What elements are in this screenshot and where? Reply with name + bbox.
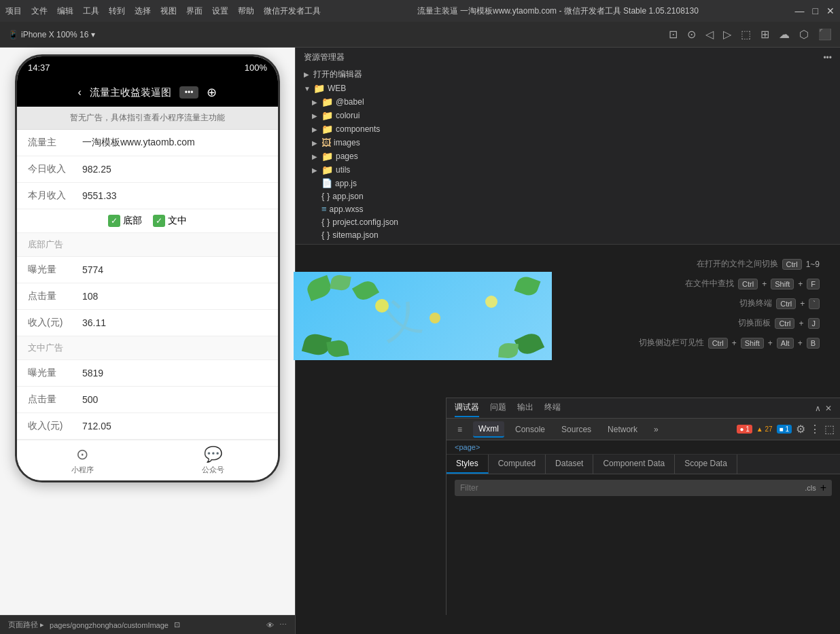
style-tab-styles[interactable]: Styles	[447, 455, 489, 474]
style-tab-computed[interactable]: Computed	[489, 455, 546, 474]
menu-edit[interactable]: 编辑	[57, 5, 73, 17]
debugger-up-icon[interactable]: ∧	[815, 404, 821, 413]
debugger-tab-terminal[interactable]: 终端	[544, 399, 561, 417]
tree-images[interactable]: ▶ 🖼 images	[296, 136, 840, 149]
debugger-tab-main[interactable]: 调试器	[455, 399, 479, 417]
debugger-tab-issues[interactable]: 问题	[490, 399, 506, 417]
value-b-exp: 5774	[82, 264, 103, 275]
menu-devtools[interactable]: 微信开发者工具	[264, 5, 321, 17]
web-folder-icon: 📁	[313, 83, 325, 94]
kbd-shift-2: Shift	[741, 338, 764, 349]
images-arrow-icon: ▶	[312, 139, 319, 147]
explorer-title: 资源管理器	[304, 52, 345, 63]
checkbox-bottom-box[interactable]: ✓	[108, 215, 120, 227]
tree-colorui[interactable]: ▶ 📁 colorui	[296, 109, 840, 122]
footer-tab-miniprogram[interactable]: ⊙ 小程序	[71, 446, 94, 475]
menu-tools[interactable]: 工具	[83, 5, 99, 17]
checkbox-middle[interactable]: ✓ 文中	[153, 215, 187, 227]
style-tab-dataset[interactable]: Dataset	[546, 455, 593, 474]
debugger-tabs[interactable]: 调试器 问题 输出 终端	[455, 399, 561, 417]
checkbox-bottom[interactable]: ✓ 底部	[108, 215, 142, 227]
phone-action-icon[interactable]: ⊕	[207, 85, 217, 100]
tree-utils[interactable]: ▶ 📁 utils	[296, 163, 840, 177]
flower-3	[485, 296, 497, 308]
menu-help[interactable]: 帮助	[238, 5, 254, 17]
tree-appjs[interactable]: ▶ 📄 app.js	[296, 177, 840, 190]
debugger-tab-output[interactable]: 输出	[517, 399, 533, 417]
tree-web-folder[interactable]: ▼ 📁 WEB	[296, 82, 840, 95]
menu-view[interactable]: 视图	[160, 5, 177, 17]
menu-interface[interactable]: 界面	[186, 5, 203, 17]
shortcut-plus-5: +	[732, 338, 737, 348]
tree-appjson[interactable]: ▶ { } app.json	[296, 190, 840, 202]
menu-select[interactable]: 选择	[135, 5, 151, 17]
preview-image-area	[294, 272, 552, 360]
minimize-button[interactable]: —	[795, 5, 805, 16]
window-controls[interactable]: — □ ✕	[795, 5, 835, 16]
toolbar-icon-6[interactable]: ⊞	[760, 28, 769, 41]
toolbar-icon-5[interactable]: ⬚	[741, 28, 751, 41]
styles-tabs[interactable]: Styles Computed Dataset Component Data S…	[447, 455, 840, 474]
debug-btn-wxml[interactable]: Wxml	[473, 421, 504, 438]
style-tab-component[interactable]: Component Data	[593, 455, 675, 474]
debug-btn-network[interactable]: Network	[602, 422, 643, 437]
phone-back-icon[interactable]: ‹	[78, 86, 82, 99]
filter-input[interactable]	[460, 483, 801, 493]
tree-projectconfig[interactable]: ▶ { } project.config.json	[296, 215, 840, 228]
tree-pages[interactable]: ▶ 📁 pages	[296, 149, 840, 163]
close-button[interactable]: ✕	[826, 5, 835, 16]
maximize-button[interactable]: □	[813, 5, 818, 16]
toolbar-icon-8[interactable]: ⬡	[799, 28, 809, 41]
menu-goto[interactable]: 转到	[109, 5, 125, 17]
toolbar-icon-9[interactable]: ⬛	[818, 28, 832, 41]
explorer-more-icon[interactable]: •••	[823, 53, 832, 63]
appjs-icon: 📄	[321, 178, 332, 188]
cls-button[interactable]: .cls	[805, 484, 816, 492]
checkbox-middle-box[interactable]: ✓	[153, 215, 165, 227]
tree-open-editors[interactable]: ▶ 打开的编辑器	[296, 67, 840, 82]
path-eye-icon[interactable]: 👁	[266, 621, 274, 629]
tree-sitemap[interactable]: ▶ { } sitemap.json	[296, 228, 840, 241]
debug-btn-more[interactable]: »	[648, 422, 664, 437]
menu-project[interactable]: 项目	[5, 5, 22, 17]
utils-folder-icon: 📁	[321, 164, 333, 175]
debug-overflow-icon[interactable]: ⋮	[809, 423, 820, 436]
toolbar-icon-2[interactable]: ⊙	[687, 28, 696, 41]
menu-file[interactable]: 文件	[31, 5, 48, 17]
debugger-close-icon[interactable]: ✕	[825, 404, 832, 413]
debugger-controls[interactable]: ∧ ✕	[815, 404, 832, 413]
filter-bar[interactable]: .cls +	[455, 480, 832, 496]
debug-settings-icon[interactable]: ⚙	[796, 423, 805, 436]
debug-dock-icon[interactable]: ⬚	[824, 423, 835, 436]
toolbar-icon-1[interactable]: ⊡	[669, 28, 678, 41]
utils-label: utils	[336, 165, 350, 175]
shortcut-desc-4: 切换面板	[689, 317, 771, 329]
toolbar-icon-3[interactable]: ◁	[705, 28, 714, 41]
label-m-exp: 曝光量	[28, 367, 82, 379]
debug-btn-console[interactable]: Console	[510, 422, 550, 437]
info-row-month: 本月收入 9551.33	[17, 183, 278, 209]
path-more-icon[interactable]: ⋯	[279, 620, 287, 629]
debug-btn-sources[interactable]: Sources	[556, 422, 597, 437]
tree-appwxss[interactable]: ▶ ≡ app.wxss	[296, 202, 840, 215]
toolbar-icons: ⊡ ⊙ ◁ ▷ ⬚ ⊞ ☁ ⬡ ⬛	[669, 28, 832, 41]
images-folder-icon: 🖼	[321, 137, 331, 148]
toolbar-icon-7[interactable]: ☁	[779, 28, 790, 41]
menu-bar[interactable]: 项目 文件 编辑 工具 转到 选择 视图 界面 设置 帮助 微信开发者工具	[5, 5, 321, 17]
toolbar-icon-4[interactable]: ▷	[723, 28, 731, 41]
device-label[interactable]: iPhone X 100% 16 ▾	[21, 30, 95, 39]
footer-tab-official[interactable]: 💬 公众号	[202, 446, 224, 475]
miniprogram-icon: ⊙	[76, 446, 88, 463]
style-tab-scope[interactable]: Scope Data	[675, 455, 737, 474]
device-selector[interactable]: 📱 iPhone X 100% 16 ▾	[8, 30, 95, 39]
add-icon[interactable]: +	[820, 482, 826, 494]
tree-components[interactable]: ▶ 📁 components	[296, 122, 840, 136]
kbd-ctrl-4: Ctrl	[775, 318, 794, 329]
phone-more-button[interactable]: •••	[179, 86, 199, 99]
label-publisher: 流量主	[28, 137, 82, 149]
warn-badge: ▲ 27	[756, 425, 773, 433]
middle-income: 收入(元) 712.05	[17, 413, 278, 440]
menu-settings[interactable]: 设置	[212, 5, 228, 17]
tree-babel[interactable]: ▶ 📁 @babel	[296, 95, 840, 109]
debug-btn-menu[interactable]: ≡	[452, 422, 468, 437]
